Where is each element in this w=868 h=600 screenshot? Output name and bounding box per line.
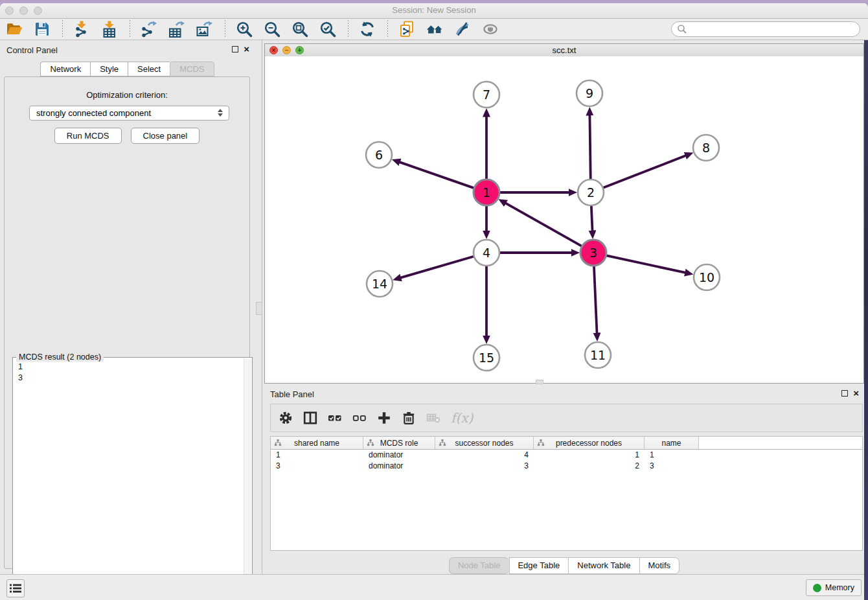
graph-node-2[interactable]: 2 xyxy=(578,179,604,205)
open-session-icon[interactable] xyxy=(5,19,24,39)
column-header-shared-name[interactable]: shared name xyxy=(271,437,363,449)
import-network-icon[interactable] xyxy=(72,19,91,39)
graph-node-4[interactable]: 4 xyxy=(474,240,499,266)
import-table-icon[interactable] xyxy=(100,19,119,39)
export-network-icon[interactable] xyxy=(139,19,159,39)
control-panel: Control Panel × NetworkStyleSelectMCDS O… xyxy=(0,40,255,574)
column-header-successor-nodes[interactable]: successor nodes xyxy=(435,437,534,449)
column-label: shared name xyxy=(294,439,339,448)
deselect-all-checkboxes-icon[interactable] xyxy=(351,410,368,426)
table-row[interactable]: 3dominator323 xyxy=(271,461,862,472)
home-icon[interactable] xyxy=(425,19,444,39)
svg-text:14: 14 xyxy=(372,277,387,291)
graph-node-9[interactable]: 9 xyxy=(577,80,602,106)
control-panel-float-button[interactable] xyxy=(232,46,238,52)
table-cell[interactable]: 4 xyxy=(435,450,534,461)
zoom-in-icon[interactable] xyxy=(234,19,254,39)
graph-edge-3-11[interactable] xyxy=(594,264,597,334)
column-browser-icon[interactable] xyxy=(302,410,319,426)
search-input[interactable] xyxy=(690,24,860,34)
graph-node-6[interactable]: 6 xyxy=(366,142,392,168)
add-column-icon[interactable] xyxy=(376,410,393,426)
refresh-layout-icon[interactable] xyxy=(358,19,377,39)
search-box[interactable] xyxy=(671,21,860,37)
tab-network-table[interactable]: Network Table xyxy=(568,557,639,574)
zoom-fit-icon[interactable] xyxy=(290,19,310,39)
column-type-icon xyxy=(367,439,374,446)
table-cell[interactable]: 2 xyxy=(534,461,645,472)
graph-node-14[interactable]: 14 xyxy=(367,271,393,297)
graph-node-7[interactable]: 7 xyxy=(474,82,499,108)
graph-edge-2-8[interactable] xyxy=(601,156,687,189)
graph-edge-3-1[interactable] xyxy=(505,203,584,248)
window-titlebar: Session: New Session xyxy=(0,3,868,19)
table-panel-float-button[interactable] xyxy=(841,390,848,397)
save-session-icon[interactable] xyxy=(32,19,52,39)
graph-edge-2-3[interactable] xyxy=(591,203,593,232)
table-cell[interactable]: dominator xyxy=(363,450,435,461)
export-table-icon[interactable] xyxy=(167,19,187,39)
table-panel-title: Table Panel xyxy=(270,389,314,399)
main-toolbar-buttons xyxy=(5,19,508,39)
delete-column-icon[interactable] xyxy=(400,410,417,426)
table-cell[interactable]: dominator xyxy=(363,461,435,472)
svg-text:7: 7 xyxy=(483,87,490,102)
column-header-mcds-role[interactable]: MCDS role xyxy=(363,437,435,449)
table-splitter-handle[interactable] xyxy=(536,380,543,384)
table-cell[interactable]: 3 xyxy=(435,461,534,472)
show-details-icon[interactable] xyxy=(481,19,500,39)
tab-style[interactable]: Style xyxy=(90,62,128,76)
result-item: 3 xyxy=(18,373,243,384)
column-header-predecessor-nodes[interactable]: predecessor nodes xyxy=(534,437,645,449)
tab-motifs[interactable]: Motifs xyxy=(639,557,680,574)
graph-edge-1-6[interactable] xyxy=(398,162,476,189)
mcds-result-title: MCDS result (2 nodes) xyxy=(16,352,104,362)
table-cell[interactable]: 3 xyxy=(271,461,363,472)
memory-button[interactable]: Memory xyxy=(806,579,862,596)
control-panel-title: Control Panel xyxy=(6,45,58,55)
graph-node-11[interactable]: 11 xyxy=(585,342,611,368)
table-cell[interactable]: 3 xyxy=(645,461,699,472)
panel-splitter-handle[interactable] xyxy=(256,302,262,315)
table-row[interactable]: 1dominator411 xyxy=(271,450,862,461)
export-image-icon[interactable] xyxy=(195,19,214,39)
graph-edge-3-10[interactable] xyxy=(604,255,687,273)
tab-network[interactable]: Network xyxy=(40,62,90,76)
network-canvas[interactable]: 7968124314101511 xyxy=(265,56,863,383)
result-scrollbar[interactable] xyxy=(244,358,251,600)
graph-node-8[interactable]: 8 xyxy=(693,135,719,161)
tab-edge-table[interactable]: Edge Table xyxy=(508,557,568,574)
tab-mcds[interactable]: MCDS xyxy=(170,62,214,76)
graph-node-15[interactable]: 15 xyxy=(474,345,499,371)
control-panel-close-button[interactable]: × xyxy=(244,45,249,53)
table-cell[interactable]: 1 xyxy=(645,450,699,461)
duplicate-network-icon[interactable] xyxy=(397,19,417,39)
column-type-icon xyxy=(439,439,446,446)
settings-gear-icon[interactable] xyxy=(277,410,294,426)
zoom-out-icon[interactable] xyxy=(262,19,282,39)
tab-node-table[interactable]: Node Table xyxy=(449,557,509,574)
table-panel: Table Panel × f(x) shared nameMCDS roles… xyxy=(264,385,864,574)
close-panel-button[interactable]: Close panel xyxy=(131,128,200,144)
tasks-list-button[interactable] xyxy=(6,579,25,597)
column-header-name[interactable]: name xyxy=(645,437,699,449)
table-panel-close-button[interactable]: × xyxy=(853,389,859,397)
table-cell[interactable]: 1 xyxy=(534,450,645,461)
graph-edge-2-9[interactable] xyxy=(589,114,590,181)
graph-node-3[interactable]: 3 xyxy=(580,240,606,266)
graph-node-10[interactable]: 10 xyxy=(694,264,720,290)
select-all-checkboxes-icon[interactable] xyxy=(326,410,343,426)
hide-details-icon[interactable] xyxy=(453,19,472,39)
network-graph[interactable]: 7968124314101511 xyxy=(265,56,863,383)
graph-node-1[interactable]: 1 xyxy=(474,179,499,205)
column-label: name xyxy=(661,439,681,448)
tab-select[interactable]: Select xyxy=(128,62,170,76)
run-mcds-button[interactable]: Run MCDS xyxy=(54,128,122,144)
delete-table-icon[interactable] xyxy=(425,410,442,426)
criterion-dropdown[interactable]: strongly connected component xyxy=(29,106,229,121)
svg-text:2: 2 xyxy=(587,185,595,200)
graph-edge-4-14[interactable] xyxy=(400,256,476,278)
zoom-selected-icon[interactable] xyxy=(318,19,337,39)
table-cell[interactable]: 1 xyxy=(271,450,363,461)
function-builder-icon[interactable]: f(x) xyxy=(450,410,473,426)
